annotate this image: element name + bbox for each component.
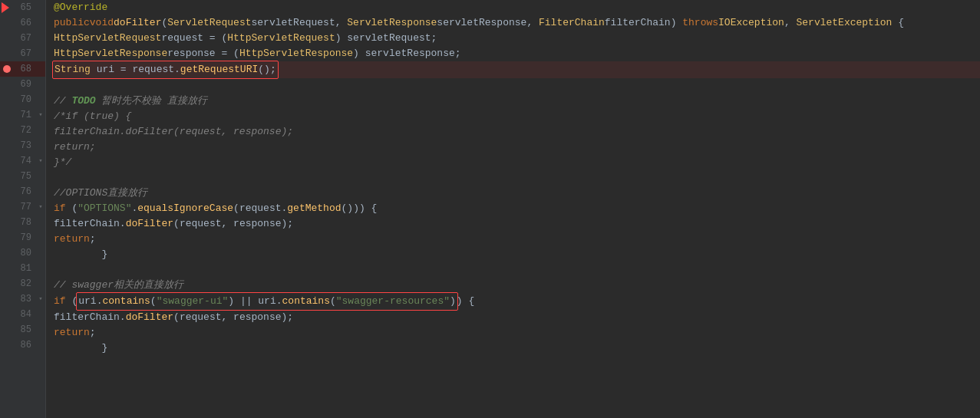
line-number-cell: 78 xyxy=(0,215,46,230)
line-number-cell: 69 xyxy=(0,77,46,92)
code-line: @Override xyxy=(54,0,980,15)
code-line: return; xyxy=(54,232,980,247)
code-line: // swagger相关的直接放行 xyxy=(54,278,980,293)
code-line: HttpServletResponse response = (HttpServ… xyxy=(54,46,980,61)
code-line: filterChain.doFilter(request, response); xyxy=(54,124,980,140)
line-number-gutter: 65666767686970▾717273▾747576▾77787980818… xyxy=(0,0,46,418)
code-line: } xyxy=(54,247,980,262)
line-number-cell: 79 xyxy=(0,230,46,245)
line-number-cell: 66 xyxy=(0,15,46,31)
line-number-cell: 80 xyxy=(0,245,46,261)
line-number-cell: ▾71 xyxy=(0,107,46,123)
code-line xyxy=(54,262,980,278)
line-number-cell: 65 xyxy=(0,0,46,15)
debug-arrow-icon xyxy=(2,2,9,13)
line-number-cell: 70 xyxy=(0,92,46,107)
line-number-cell: ▾77 xyxy=(0,199,46,215)
code-line: /*if (true) { xyxy=(54,109,980,124)
line-number-cell: ▾83 xyxy=(0,291,46,307)
fold-arrow-icon[interactable]: ▾ xyxy=(38,296,44,302)
code-line: // TODO 暂时先不校验 直接放行 xyxy=(54,94,980,109)
line-number-cell: 68 xyxy=(0,61,46,77)
line-number-cell: 86 xyxy=(0,337,46,353)
code-line: return; xyxy=(54,140,980,155)
fold-arrow-icon[interactable]: ▾ xyxy=(38,112,44,118)
code-content-area[interactable]: @Override public void doFilter(ServletRe… xyxy=(46,0,980,418)
code-line: public void doFilter(ServletRequest serv… xyxy=(54,15,980,31)
breakpoint-icon xyxy=(3,65,11,73)
code-line: HttpServletRequest request = (HttpServle… xyxy=(54,31,980,46)
line-number-cell: ▾74 xyxy=(0,153,46,169)
fold-arrow-icon[interactable]: ▾ xyxy=(38,204,44,210)
code-line: filterChain.doFilter(request, response); xyxy=(54,216,980,232)
line-number-cell: 73 xyxy=(0,138,46,153)
code-line: if (uri.contains("swagger-ui") || uri.co… xyxy=(54,293,980,310)
line-number-cell: 85 xyxy=(0,322,46,337)
code-lines: @Override public void doFilter(ServletRe… xyxy=(46,0,980,356)
line-number-cell: 75 xyxy=(0,169,46,184)
code-line: } xyxy=(54,341,980,356)
line-number-cell: 82 xyxy=(0,276,46,291)
code-line xyxy=(54,170,980,186)
code-editor: 65666767686970▾717273▾747576▾77787980818… xyxy=(0,0,980,418)
code-line: filterChain.doFilter(request, response); xyxy=(54,310,980,325)
line-number-cell: 76 xyxy=(0,184,46,199)
code-line: return; xyxy=(54,325,980,341)
line-number-cell: 67 xyxy=(0,31,46,46)
code-line: String uri = request.getRequestURI(); xyxy=(54,61,980,78)
code-line: if ("OPTIONS".equalsIgnoreCase(request.g… xyxy=(54,201,980,216)
line-number-cell: 67 xyxy=(0,46,46,61)
line-number-cell: 84 xyxy=(0,307,46,322)
code-line xyxy=(54,78,980,94)
code-line: }*/ xyxy=(54,155,980,170)
code-line: //OPTIONS直接放行 xyxy=(54,186,980,201)
fold-arrow-icon[interactable]: ▾ xyxy=(38,158,44,164)
line-number-cell: 72 xyxy=(0,123,46,138)
line-number-cell: 81 xyxy=(0,261,46,276)
